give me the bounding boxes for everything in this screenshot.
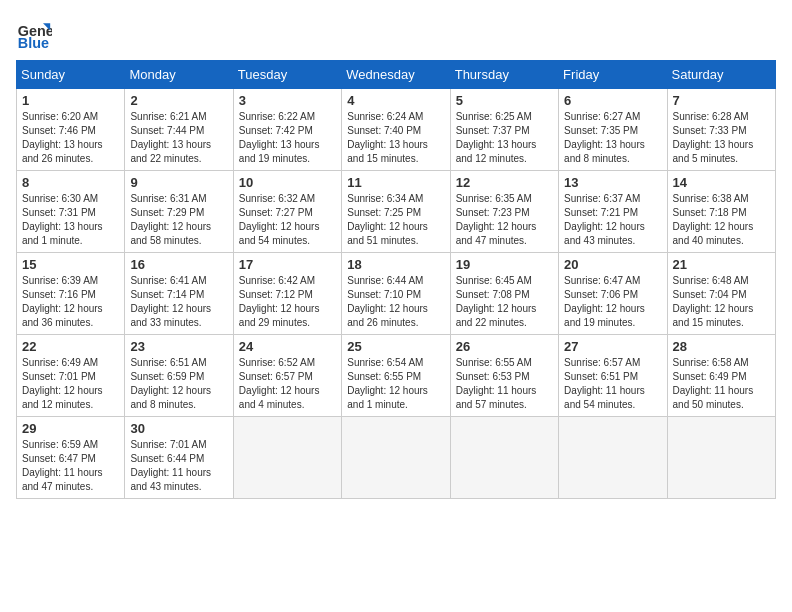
day-number: 20 — [564, 257, 661, 272]
calendar-day-cell: 1Sunrise: 6:20 AMSunset: 7:46 PMDaylight… — [17, 89, 125, 171]
day-number: 1 — [22, 93, 119, 108]
day-number: 18 — [347, 257, 444, 272]
day-number: 6 — [564, 93, 661, 108]
calendar-day-cell: 14Sunrise: 6:38 AMSunset: 7:18 PMDayligh… — [667, 171, 775, 253]
day-info: Sunrise: 6:24 AMSunset: 7:40 PMDaylight:… — [347, 110, 444, 166]
day-info: Sunrise: 6:58 AMSunset: 6:49 PMDaylight:… — [673, 356, 770, 412]
calendar-day-cell: 8Sunrise: 6:30 AMSunset: 7:31 PMDaylight… — [17, 171, 125, 253]
calendar-day-cell: 23Sunrise: 6:51 AMSunset: 6:59 PMDayligh… — [125, 335, 233, 417]
day-info: Sunrise: 6:55 AMSunset: 6:53 PMDaylight:… — [456, 356, 553, 412]
day-info: Sunrise: 6:35 AMSunset: 7:23 PMDaylight:… — [456, 192, 553, 248]
day-header-thursday: Thursday — [450, 61, 558, 89]
day-info: Sunrise: 6:54 AMSunset: 6:55 PMDaylight:… — [347, 356, 444, 412]
logo: General Blue — [16, 16, 56, 52]
day-header-saturday: Saturday — [667, 61, 775, 89]
day-number: 5 — [456, 93, 553, 108]
day-info: Sunrise: 6:59 AMSunset: 6:47 PMDaylight:… — [22, 438, 119, 494]
day-info: Sunrise: 6:30 AMSunset: 7:31 PMDaylight:… — [22, 192, 119, 248]
day-number: 3 — [239, 93, 336, 108]
day-number: 11 — [347, 175, 444, 190]
calendar-week-row: 29Sunrise: 6:59 AMSunset: 6:47 PMDayligh… — [17, 417, 776, 499]
day-info: Sunrise: 6:20 AMSunset: 7:46 PMDaylight:… — [22, 110, 119, 166]
calendar-day-cell: 19Sunrise: 6:45 AMSunset: 7:08 PMDayligh… — [450, 253, 558, 335]
day-header-friday: Friday — [559, 61, 667, 89]
day-info: Sunrise: 6:21 AMSunset: 7:44 PMDaylight:… — [130, 110, 227, 166]
day-info: Sunrise: 6:48 AMSunset: 7:04 PMDaylight:… — [673, 274, 770, 330]
day-number: 10 — [239, 175, 336, 190]
calendar-day-cell: 16Sunrise: 6:41 AMSunset: 7:14 PMDayligh… — [125, 253, 233, 335]
calendar-day-cell: 21Sunrise: 6:48 AMSunset: 7:04 PMDayligh… — [667, 253, 775, 335]
calendar-day-cell — [342, 417, 450, 499]
calendar-day-cell: 6Sunrise: 6:27 AMSunset: 7:35 PMDaylight… — [559, 89, 667, 171]
day-info: Sunrise: 6:25 AMSunset: 7:37 PMDaylight:… — [456, 110, 553, 166]
day-header-sunday: Sunday — [17, 61, 125, 89]
day-number: 22 — [22, 339, 119, 354]
calendar-day-cell: 3Sunrise: 6:22 AMSunset: 7:42 PMDaylight… — [233, 89, 341, 171]
calendar-day-cell: 17Sunrise: 6:42 AMSunset: 7:12 PMDayligh… — [233, 253, 341, 335]
day-header-tuesday: Tuesday — [233, 61, 341, 89]
day-info: Sunrise: 7:01 AMSunset: 6:44 PMDaylight:… — [130, 438, 227, 494]
calendar-day-cell: 28Sunrise: 6:58 AMSunset: 6:49 PMDayligh… — [667, 335, 775, 417]
calendar-day-cell: 25Sunrise: 6:54 AMSunset: 6:55 PMDayligh… — [342, 335, 450, 417]
calendar-day-cell: 7Sunrise: 6:28 AMSunset: 7:33 PMDaylight… — [667, 89, 775, 171]
day-info: Sunrise: 6:41 AMSunset: 7:14 PMDaylight:… — [130, 274, 227, 330]
day-number: 21 — [673, 257, 770, 272]
day-number: 8 — [22, 175, 119, 190]
calendar-day-cell: 29Sunrise: 6:59 AMSunset: 6:47 PMDayligh… — [17, 417, 125, 499]
calendar-week-row: 8Sunrise: 6:30 AMSunset: 7:31 PMDaylight… — [17, 171, 776, 253]
calendar-day-cell: 27Sunrise: 6:57 AMSunset: 6:51 PMDayligh… — [559, 335, 667, 417]
day-number: 7 — [673, 93, 770, 108]
day-number: 12 — [456, 175, 553, 190]
calendar-day-cell — [233, 417, 341, 499]
day-number: 30 — [130, 421, 227, 436]
day-number: 19 — [456, 257, 553, 272]
calendar-day-cell — [450, 417, 558, 499]
day-number: 4 — [347, 93, 444, 108]
day-info: Sunrise: 6:57 AMSunset: 6:51 PMDaylight:… — [564, 356, 661, 412]
day-info: Sunrise: 6:34 AMSunset: 7:25 PMDaylight:… — [347, 192, 444, 248]
day-number: 2 — [130, 93, 227, 108]
day-info: Sunrise: 6:44 AMSunset: 7:10 PMDaylight:… — [347, 274, 444, 330]
day-number: 26 — [456, 339, 553, 354]
day-info: Sunrise: 6:49 AMSunset: 7:01 PMDaylight:… — [22, 356, 119, 412]
calendar-day-cell — [667, 417, 775, 499]
calendar-header-row: SundayMondayTuesdayWednesdayThursdayFrid… — [17, 61, 776, 89]
calendar-day-cell: 9Sunrise: 6:31 AMSunset: 7:29 PMDaylight… — [125, 171, 233, 253]
calendar-day-cell: 4Sunrise: 6:24 AMSunset: 7:40 PMDaylight… — [342, 89, 450, 171]
day-info: Sunrise: 6:22 AMSunset: 7:42 PMDaylight:… — [239, 110, 336, 166]
calendar-day-cell: 26Sunrise: 6:55 AMSunset: 6:53 PMDayligh… — [450, 335, 558, 417]
calendar-day-cell: 10Sunrise: 6:32 AMSunset: 7:27 PMDayligh… — [233, 171, 341, 253]
day-info: Sunrise: 6:38 AMSunset: 7:18 PMDaylight:… — [673, 192, 770, 248]
day-info: Sunrise: 6:39 AMSunset: 7:16 PMDaylight:… — [22, 274, 119, 330]
calendar-week-row: 1Sunrise: 6:20 AMSunset: 7:46 PMDaylight… — [17, 89, 776, 171]
day-number: 9 — [130, 175, 227, 190]
day-info: Sunrise: 6:28 AMSunset: 7:33 PMDaylight:… — [673, 110, 770, 166]
day-number: 16 — [130, 257, 227, 272]
day-info: Sunrise: 6:32 AMSunset: 7:27 PMDaylight:… — [239, 192, 336, 248]
calendar-day-cell: 20Sunrise: 6:47 AMSunset: 7:06 PMDayligh… — [559, 253, 667, 335]
calendar-day-cell: 12Sunrise: 6:35 AMSunset: 7:23 PMDayligh… — [450, 171, 558, 253]
logo-icon: General Blue — [16, 16, 52, 52]
day-number: 14 — [673, 175, 770, 190]
day-info: Sunrise: 6:37 AMSunset: 7:21 PMDaylight:… — [564, 192, 661, 248]
calendar-day-cell: 5Sunrise: 6:25 AMSunset: 7:37 PMDaylight… — [450, 89, 558, 171]
calendar: SundayMondayTuesdayWednesdayThursdayFrid… — [16, 60, 776, 499]
day-header-monday: Monday — [125, 61, 233, 89]
calendar-day-cell: 15Sunrise: 6:39 AMSunset: 7:16 PMDayligh… — [17, 253, 125, 335]
day-number: 17 — [239, 257, 336, 272]
page-header: General Blue — [16, 16, 776, 52]
day-info: Sunrise: 6:31 AMSunset: 7:29 PMDaylight:… — [130, 192, 227, 248]
day-info: Sunrise: 6:27 AMSunset: 7:35 PMDaylight:… — [564, 110, 661, 166]
day-number: 23 — [130, 339, 227, 354]
calendar-day-cell: 2Sunrise: 6:21 AMSunset: 7:44 PMDaylight… — [125, 89, 233, 171]
day-info: Sunrise: 6:52 AMSunset: 6:57 PMDaylight:… — [239, 356, 336, 412]
calendar-day-cell: 18Sunrise: 6:44 AMSunset: 7:10 PMDayligh… — [342, 253, 450, 335]
day-number: 28 — [673, 339, 770, 354]
day-number: 25 — [347, 339, 444, 354]
day-info: Sunrise: 6:47 AMSunset: 7:06 PMDaylight:… — [564, 274, 661, 330]
day-info: Sunrise: 6:45 AMSunset: 7:08 PMDaylight:… — [456, 274, 553, 330]
calendar-day-cell — [559, 417, 667, 499]
day-number: 24 — [239, 339, 336, 354]
calendar-day-cell: 11Sunrise: 6:34 AMSunset: 7:25 PMDayligh… — [342, 171, 450, 253]
day-number: 13 — [564, 175, 661, 190]
